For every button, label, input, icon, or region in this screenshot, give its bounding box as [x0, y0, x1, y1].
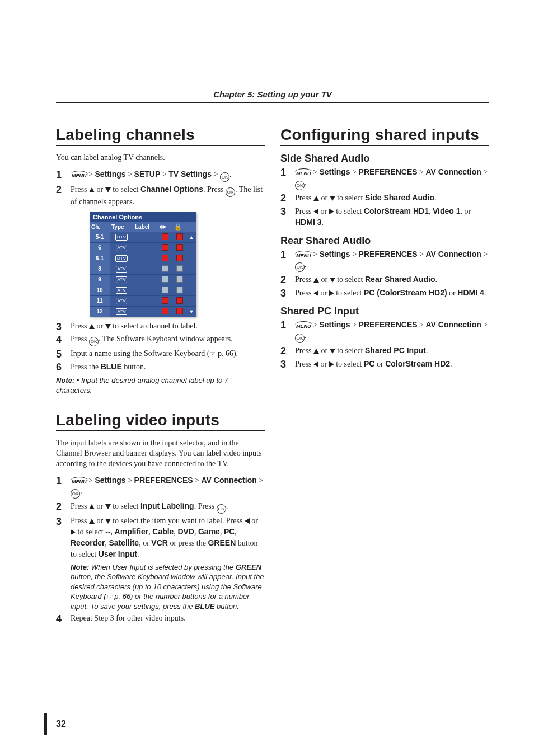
- table-cell-ch: 12: [90, 306, 110, 317]
- label: User Input: [99, 550, 137, 558]
- col-header: Type: [110, 222, 133, 232]
- step-item: Repeat Step 3 for other video inputs.: [56, 613, 265, 624]
- label: Settings: [95, 476, 125, 485]
- text: Press: [295, 207, 313, 215]
- label: PREFERENCES: [134, 476, 193, 485]
- label: AV Connection: [201, 476, 256, 485]
- table-cell-type: DTV: [110, 253, 133, 264]
- step-item: MENU > Settings > PREFERENCES > AV Conne…: [280, 167, 489, 190]
- col-header-lock: 🔒: [172, 222, 187, 232]
- label: BLUE: [101, 362, 122, 371]
- text: to select: [337, 275, 365, 284]
- table-cell-scroll: [187, 274, 196, 285]
- text: . Press: [194, 502, 217, 510]
- table-cell-label: [133, 274, 158, 285]
- table-cell-ear: [158, 253, 172, 264]
- text: . Press: [203, 185, 226, 194]
- table-cell-ear: [158, 285, 172, 295]
- table-cell-lock: [172, 274, 187, 285]
- table-cell-label: [133, 306, 158, 317]
- label: Recorder: [71, 538, 105, 547]
- table-cell-scroll: [187, 253, 196, 264]
- text: to select: [336, 289, 364, 297]
- label: Shared PC Input: [365, 346, 426, 355]
- text: or: [321, 275, 330, 284]
- up-arrow-icon: [89, 324, 95, 329]
- label: DVD: [177, 527, 194, 536]
- text: , or: [139, 539, 151, 547]
- label: Video 1: [433, 206, 461, 215]
- col-header: Ch.: [90, 222, 110, 232]
- text: to select: [337, 194, 365, 202]
- text: Press: [71, 185, 89, 194]
- text: Repeat Step 3 for other video inputs.: [71, 614, 186, 622]
- step-item: Press or to select the item you want to …: [56, 516, 265, 611]
- step-item: Press or to select PC or ColorStream HD2…: [280, 359, 489, 370]
- label: Cable: [152, 527, 174, 536]
- section-configuring-title: Configuring shared inputs: [280, 126, 489, 146]
- label: Amplifier: [115, 527, 149, 536]
- left-column: Labeling channels You can label analog T…: [56, 126, 265, 626]
- text: When User Input is selected by pressing …: [89, 563, 236, 571]
- steps-side-shared: MENU > Settings > PREFERENCES > AV Conne…: [280, 167, 489, 228]
- label: Settings: [95, 170, 125, 179]
- table-cell-ear: [158, 295, 172, 306]
- pointer-icon: ☞: [106, 592, 113, 601]
- table-cell-type: ATV: [110, 264, 133, 274]
- label: Settings: [319, 320, 350, 329]
- step-item: MENU > Settings > SETUP > TV Settings > …: [56, 169, 265, 182]
- label: BLUE: [195, 602, 214, 611]
- pointer-icon: ☞: [209, 349, 216, 358]
- down-arrow-icon: [105, 187, 111, 192]
- label: PREFERENCES: [359, 320, 418, 329]
- step-item: Press or to select Side Shared Audio.: [280, 192, 489, 204]
- table-cell-type: ATV: [110, 295, 133, 306]
- note-inline: Note: When User Input is selected by pre…: [71, 562, 265, 612]
- label: SETUP: [134, 170, 161, 179]
- section-labeling-channels-title: Labeling channels: [56, 126, 265, 146]
- note: Note: • Input the desired analog channel…: [56, 375, 265, 395]
- left-arrow-icon: [313, 361, 318, 367]
- step-item: Press or to select Input Labeling. Press…: [56, 501, 265, 514]
- text: or: [321, 207, 329, 215]
- table-cell-ch: 6-1: [90, 253, 110, 264]
- table-cell-ch: 10: [90, 285, 110, 295]
- ok-icon: OK: [71, 489, 80, 499]
- table-cell-scroll: ▲: [187, 232, 196, 242]
- up-arrow-icon: [313, 196, 319, 201]
- label: Side Shared Audio: [365, 193, 434, 202]
- up-arrow-icon: [89, 519, 95, 524]
- text: Press: [71, 502, 89, 510]
- right-arrow-icon: [71, 529, 76, 535]
- table-cell-lock: [172, 285, 187, 295]
- table-cell-type: ATV: [110, 306, 133, 317]
- table-cell-label: [133, 242, 158, 253]
- table-cell-lock: [172, 295, 187, 306]
- text: Press: [295, 346, 313, 355]
- menu-icon: MENU: [71, 172, 87, 179]
- ok-icon: OK: [295, 334, 305, 343]
- menu-icon: MENU: [295, 252, 311, 259]
- step-item: MENU > Settings > PREFERENCES > AV Conne…: [280, 320, 489, 343]
- label: --: [105, 527, 110, 536]
- label: Settings: [319, 167, 350, 176]
- label: Rear Shared Audio: [365, 275, 435, 284]
- steps-labeling-channels-cont: Press or to select a channel to label. P…: [56, 321, 265, 373]
- text: Press: [295, 289, 313, 297]
- table-cell-scroll: [187, 285, 196, 295]
- ok-icon: OK: [89, 337, 99, 346]
- label: Satellite: [109, 538, 139, 547]
- text: to select: [337, 346, 365, 355]
- col-header-ear: 🕪: [158, 222, 172, 232]
- label: PREFERENCES: [359, 250, 418, 259]
- label: Settings: [319, 250, 350, 259]
- table-cell-ear: [158, 306, 172, 317]
- ok-icon: OK: [295, 181, 305, 190]
- text: to select: [113, 185, 140, 194]
- text: to select: [113, 502, 140, 510]
- label: ColorStream HD1: [364, 206, 429, 215]
- table-cell-lock: [172, 242, 187, 253]
- step-item: Press OK. The Software Keyboard window a…: [56, 334, 265, 346]
- table-cell-label: [133, 232, 158, 242]
- table-cell-scroll: [187, 264, 196, 274]
